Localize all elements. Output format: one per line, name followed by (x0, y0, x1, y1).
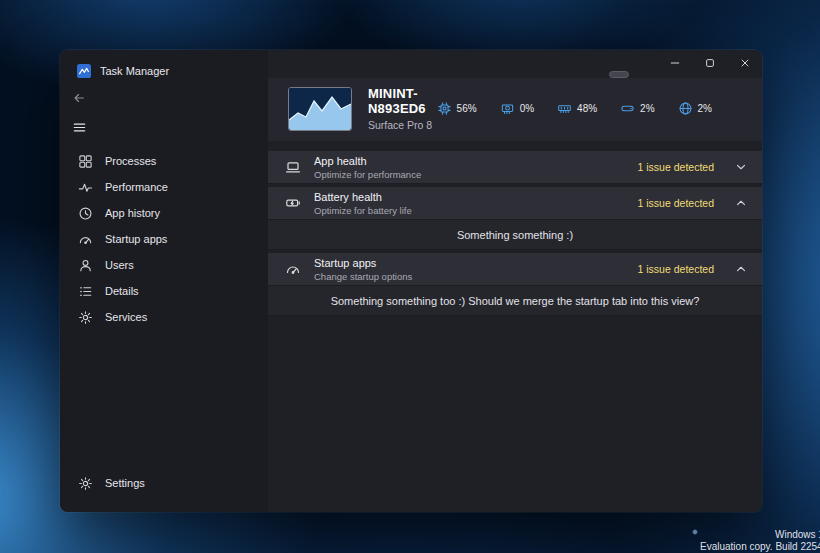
stat-network: 2% (678, 101, 712, 116)
minimize-button[interactable] (657, 50, 692, 75)
stat-disk: 2% (620, 101, 654, 116)
sidebar-item-label: Startup apps (105, 233, 167, 245)
sidebar-item-label: Processes (105, 155, 156, 167)
details-icon (78, 284, 93, 299)
section-battery-health: Battery health Optimize for battery life… (268, 187, 762, 250)
stat-value: 2% (698, 103, 712, 114)
app-history-icon (78, 206, 93, 221)
sidebar-item-services[interactable]: Services (60, 304, 268, 330)
content-area: MININT-N893ED6 Surface Pro 8 56% 0% (268, 50, 762, 512)
watermark-edition: Windows 11 Pro (775, 529, 820, 540)
section-right: 1 issue detected (638, 262, 748, 276)
app-title-row: Task Manager (60, 62, 268, 82)
issue-status-badge: 1 issue detected (638, 197, 714, 209)
app-title: Task Manager (100, 65, 169, 77)
stat-value: 56% (457, 103, 477, 114)
app-health-row[interactable]: App health Optimize for performance 1 is… (268, 151, 762, 184)
battery-health-row[interactable]: Battery health Optimize for battery life… (268, 187, 762, 220)
users-icon (78, 258, 93, 273)
sidebar: Task Manager Processes Performance (60, 50, 268, 512)
memory-icon (557, 101, 572, 116)
device-info: MININT-N893ED6 Surface Pro 8 (368, 86, 437, 131)
section-app-health: App health Optimize for performance 1 is… (268, 151, 762, 184)
issue-status-badge: 1 issue detected (638, 263, 714, 275)
startup-gauge-icon (285, 261, 301, 277)
sidebar-item-processes[interactable]: Processes (60, 148, 268, 174)
section-right: 1 issue detected (638, 196, 748, 210)
issue-status-badge: 1 issue detected (638, 161, 714, 173)
section-title: App health (314, 155, 421, 168)
startup-apps-content: Something something too :) Should we mer… (268, 286, 762, 316)
stat-cpu: 56% (437, 101, 477, 116)
settings-gear-icon (78, 476, 93, 491)
menu-toggle-button[interactable] (72, 118, 268, 136)
sidebar-item-details[interactable]: Details (60, 278, 268, 304)
sidebar-item-label: Performance (105, 181, 168, 193)
task-manager-window: Task Manager Processes Performance (60, 50, 762, 512)
section-title: Startup apps (314, 257, 412, 270)
sidebar-item-label: Settings (105, 477, 145, 489)
gpu-icon (500, 101, 515, 116)
section-text: Battery health Optimize for battery life (314, 191, 412, 216)
sidebar-spacer (60, 330, 268, 470)
stat-value: 0% (520, 103, 534, 114)
chevron-up-icon[interactable] (734, 196, 748, 210)
resource-stats: 56% 0% 48% (437, 101, 712, 116)
watermark-build: Evaluation copy. Build 22543.rs_prerelea… (700, 541, 820, 552)
sidebar-item-label: App history (105, 207, 160, 219)
stat-memory: 48% (557, 101, 597, 116)
disk-icon (620, 101, 635, 116)
app-health-icon (285, 159, 301, 175)
performance-thumbnail (288, 87, 352, 131)
startup-apps-row[interactable]: Startup apps Change startup options 1 is… (268, 253, 762, 286)
section-right: 1 issue detected (638, 160, 748, 174)
sidebar-item-label: Users (105, 259, 134, 271)
sidebar-item-app-history[interactable]: App history (60, 200, 268, 226)
sidebar-item-startup-apps[interactable]: Startup apps (60, 226, 268, 252)
titlebar (268, 50, 762, 78)
section-subtitle: Optimize for performance (314, 169, 421, 180)
sidebar-item-performance[interactable]: Performance (60, 174, 268, 200)
back-button[interactable] (72, 90, 268, 106)
performance-icon (78, 180, 93, 195)
sidebar-item-label: Services (105, 311, 147, 323)
section-title: Battery health (314, 191, 412, 204)
maximize-button[interactable] (692, 50, 727, 75)
window-drag-handle[interactable] (609, 71, 629, 78)
chevron-down-icon[interactable] (734, 160, 748, 174)
chevron-up-icon[interactable] (734, 262, 748, 276)
device-name: MININT-N893ED6 (368, 86, 437, 116)
processes-icon (78, 154, 93, 169)
device-model: Surface Pro 8 (368, 119, 437, 131)
cpu-icon (437, 101, 452, 116)
section-text: App health Optimize for performance (314, 155, 421, 180)
device-header: MININT-N893ED6 Surface Pro 8 56% 0% (268, 78, 762, 141)
stat-value: 2% (640, 103, 654, 114)
services-icon (78, 310, 93, 325)
sidebar-nav: Processes Performance App history Startu… (60, 148, 268, 330)
section-subtitle: Optimize for battery life (314, 205, 412, 216)
desktop: { "colors": { "warning": "#f0dc74", "sta… (0, 0, 820, 553)
startup-apps-icon (78, 232, 93, 247)
section-text: Startup apps Change startup options (314, 257, 412, 282)
sidebar-item-users[interactable]: Users (60, 252, 268, 278)
sidebar-item-label: Details (105, 285, 139, 297)
health-sections: App health Optimize for performance 1 is… (268, 151, 762, 319)
sidebar-item-settings[interactable]: Settings (60, 470, 268, 496)
close-button[interactable] (727, 50, 762, 75)
stat-value: 48% (577, 103, 597, 114)
network-icon (678, 101, 693, 116)
section-subtitle: Change startup options (314, 271, 412, 282)
stat-gpu: 0% (500, 101, 534, 116)
section-startup-apps: Startup apps Change startup options 1 is… (268, 253, 762, 316)
battery-health-content: Something something :) (268, 220, 762, 250)
battery-health-icon (285, 195, 301, 211)
task-manager-app-icon (77, 64, 91, 78)
